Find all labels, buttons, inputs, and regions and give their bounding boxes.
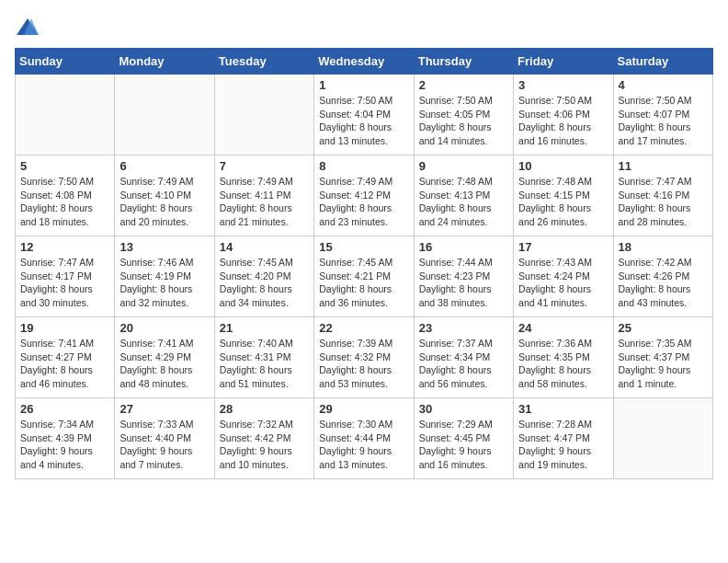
calendar-cell: 20Sunrise: 7:41 AM Sunset: 4:29 PM Dayli… (115, 317, 214, 398)
calendar-table: SundayMondayTuesdayWednesdayThursdayFrid… (15, 48, 713, 479)
calendar-cell: 3Sunrise: 7:50 AM Sunset: 4:06 PM Daylig… (514, 75, 613, 155)
day-number: 2 (419, 78, 508, 92)
calendar-cell: 31Sunrise: 7:28 AM Sunset: 4:47 PM Dayli… (514, 398, 613, 479)
calendar-cell: 16Sunrise: 7:44 AM Sunset: 4:23 PM Dayli… (414, 236, 513, 317)
cell-info: Sunrise: 7:50 AM Sunset: 4:08 PM Dayligh… (20, 175, 109, 229)
cell-info: Sunrise: 7:47 AM Sunset: 4:16 PM Dayligh… (619, 175, 708, 229)
day-number: 3 (518, 78, 608, 92)
cell-info: Sunrise: 7:35 AM Sunset: 4:37 PM Dayligh… (619, 337, 708, 391)
weekday-header: Tuesday (214, 49, 313, 75)
cell-info: Sunrise: 7:50 AM Sunset: 4:04 PM Dayligh… (319, 94, 408, 148)
calendar-week-row: 12Sunrise: 7:47 AM Sunset: 4:17 PM Dayli… (16, 236, 713, 317)
cell-info: Sunrise: 7:50 AM Sunset: 4:05 PM Dayligh… (419, 94, 508, 148)
calendar-cell: 27Sunrise: 7:33 AM Sunset: 4:40 PM Dayli… (115, 398, 214, 479)
calendar-cell: 2Sunrise: 7:50 AM Sunset: 4:05 PM Daylig… (414, 75, 513, 155)
calendar-week-row: 19Sunrise: 7:41 AM Sunset: 4:27 PM Dayli… (16, 317, 713, 398)
calendar-cell: 8Sunrise: 7:49 AM Sunset: 4:12 PM Daylig… (314, 155, 414, 236)
calendar-cell: 6Sunrise: 7:49 AM Sunset: 4:10 PM Daylig… (115, 155, 214, 236)
day-number: 19 (20, 321, 109, 335)
day-number: 9 (419, 159, 508, 173)
calendar-cell: 18Sunrise: 7:42 AM Sunset: 4:26 PM Dayli… (613, 236, 712, 317)
day-number: 10 (518, 159, 608, 173)
weekday-header: Saturday (613, 49, 712, 75)
logo (15, 15, 44, 40)
cell-info: Sunrise: 7:41 AM Sunset: 4:29 PM Dayligh… (119, 337, 209, 391)
cell-info: Sunrise: 7:49 AM Sunset: 4:12 PM Dayligh… (319, 175, 408, 229)
cell-info: Sunrise: 7:45 AM Sunset: 4:21 PM Dayligh… (319, 256, 408, 310)
calendar-cell: 24Sunrise: 7:36 AM Sunset: 4:35 PM Dayli… (514, 317, 613, 398)
day-number: 12 (20, 240, 109, 254)
cell-info: Sunrise: 7:47 AM Sunset: 4:17 PM Dayligh… (20, 256, 109, 310)
cell-info: Sunrise: 7:32 AM Sunset: 4:42 PM Dayligh… (220, 418, 309, 472)
calendar-cell: 30Sunrise: 7:29 AM Sunset: 4:45 PM Dayli… (414, 398, 513, 479)
day-number: 6 (119, 159, 209, 173)
calendar-cell: 9Sunrise: 7:48 AM Sunset: 4:13 PM Daylig… (414, 155, 513, 236)
cell-info: Sunrise: 7:28 AM Sunset: 4:47 PM Dayligh… (518, 418, 608, 472)
cell-info: Sunrise: 7:33 AM Sunset: 4:40 PM Dayligh… (119, 418, 209, 472)
calendar-cell: 11Sunrise: 7:47 AM Sunset: 4:16 PM Dayli… (613, 155, 712, 236)
cell-info: Sunrise: 7:50 AM Sunset: 4:07 PM Dayligh… (619, 94, 708, 148)
calendar-cell: 29Sunrise: 7:30 AM Sunset: 4:44 PM Dayli… (314, 398, 414, 479)
calendar-cell: 13Sunrise: 7:46 AM Sunset: 4:19 PM Dayli… (115, 236, 214, 317)
cell-info: Sunrise: 7:39 AM Sunset: 4:32 PM Dayligh… (319, 337, 408, 391)
cell-info: Sunrise: 7:49 AM Sunset: 4:10 PM Dayligh… (119, 175, 209, 229)
calendar-cell: 10Sunrise: 7:48 AM Sunset: 4:15 PM Dayli… (514, 155, 613, 236)
cell-info: Sunrise: 7:46 AM Sunset: 4:19 PM Dayligh… (119, 256, 209, 310)
day-number: 18 (619, 240, 708, 254)
calendar-cell: 26Sunrise: 7:34 AM Sunset: 4:39 PM Dayli… (16, 398, 115, 479)
weekday-header: Sunday (16, 49, 115, 75)
page-header (15, 15, 713, 40)
day-number: 1 (319, 78, 408, 92)
cell-info: Sunrise: 7:29 AM Sunset: 4:45 PM Dayligh… (419, 418, 508, 472)
weekday-header: Friday (514, 49, 613, 75)
calendar-cell: 5Sunrise: 7:50 AM Sunset: 4:08 PM Daylig… (16, 155, 115, 236)
day-number: 23 (419, 321, 508, 335)
cell-info: Sunrise: 7:43 AM Sunset: 4:24 PM Dayligh… (518, 256, 608, 310)
cell-info: Sunrise: 7:45 AM Sunset: 4:20 PM Dayligh… (220, 256, 309, 310)
day-number: 26 (20, 402, 109, 416)
calendar-week-row: 26Sunrise: 7:34 AM Sunset: 4:39 PM Dayli… (16, 398, 713, 479)
day-number: 22 (319, 321, 408, 335)
day-number: 16 (419, 240, 508, 254)
day-number: 29 (319, 402, 408, 416)
day-number: 15 (319, 240, 408, 254)
cell-info: Sunrise: 7:44 AM Sunset: 4:23 PM Dayligh… (419, 256, 508, 310)
calendar-cell: 28Sunrise: 7:32 AM Sunset: 4:42 PM Dayli… (214, 398, 313, 479)
day-number: 17 (518, 240, 608, 254)
day-number: 8 (319, 159, 408, 173)
calendar-cell (214, 75, 313, 155)
weekday-header: Monday (115, 49, 214, 75)
calendar-cell: 14Sunrise: 7:45 AM Sunset: 4:20 PM Dayli… (214, 236, 313, 317)
calendar-cell: 25Sunrise: 7:35 AM Sunset: 4:37 PM Dayli… (613, 317, 712, 398)
calendar-cell (613, 398, 712, 479)
day-number: 21 (220, 321, 309, 335)
calendar-body: 1Sunrise: 7:50 AM Sunset: 4:04 PM Daylig… (16, 75, 713, 479)
day-number: 31 (518, 402, 608, 416)
cell-info: Sunrise: 7:48 AM Sunset: 4:15 PM Dayligh… (518, 175, 608, 229)
calendar-week-row: 1Sunrise: 7:50 AM Sunset: 4:04 PM Daylig… (16, 75, 713, 155)
weekday-header: Thursday (414, 49, 513, 75)
calendar-cell: 12Sunrise: 7:47 AM Sunset: 4:17 PM Dayli… (16, 236, 115, 317)
day-number: 27 (119, 402, 209, 416)
day-number: 11 (619, 159, 708, 173)
day-number: 4 (619, 78, 708, 92)
cell-info: Sunrise: 7:49 AM Sunset: 4:11 PM Dayligh… (220, 175, 309, 229)
cell-info: Sunrise: 7:48 AM Sunset: 4:13 PM Dayligh… (419, 175, 508, 229)
cell-info: Sunrise: 7:30 AM Sunset: 4:44 PM Dayligh… (319, 418, 408, 472)
calendar-cell: 21Sunrise: 7:40 AM Sunset: 4:31 PM Dayli… (214, 317, 313, 398)
cell-info: Sunrise: 7:42 AM Sunset: 4:26 PM Dayligh… (619, 256, 708, 310)
day-number: 20 (119, 321, 209, 335)
day-number: 14 (220, 240, 309, 254)
calendar-cell: 17Sunrise: 7:43 AM Sunset: 4:24 PM Dayli… (514, 236, 613, 317)
day-number: 28 (220, 402, 309, 416)
day-number: 24 (518, 321, 608, 335)
cell-info: Sunrise: 7:41 AM Sunset: 4:27 PM Dayligh… (20, 337, 109, 391)
calendar-cell: 19Sunrise: 7:41 AM Sunset: 4:27 PM Dayli… (16, 317, 115, 398)
weekday-header: Wednesday (314, 49, 414, 75)
cell-info: Sunrise: 7:34 AM Sunset: 4:39 PM Dayligh… (20, 418, 109, 472)
calendar-cell: 23Sunrise: 7:37 AM Sunset: 4:34 PM Dayli… (414, 317, 513, 398)
day-number: 13 (119, 240, 209, 254)
calendar-cell: 4Sunrise: 7:50 AM Sunset: 4:07 PM Daylig… (613, 75, 712, 155)
day-number: 25 (619, 321, 708, 335)
calendar-cell: 7Sunrise: 7:49 AM Sunset: 4:11 PM Daylig… (214, 155, 313, 236)
